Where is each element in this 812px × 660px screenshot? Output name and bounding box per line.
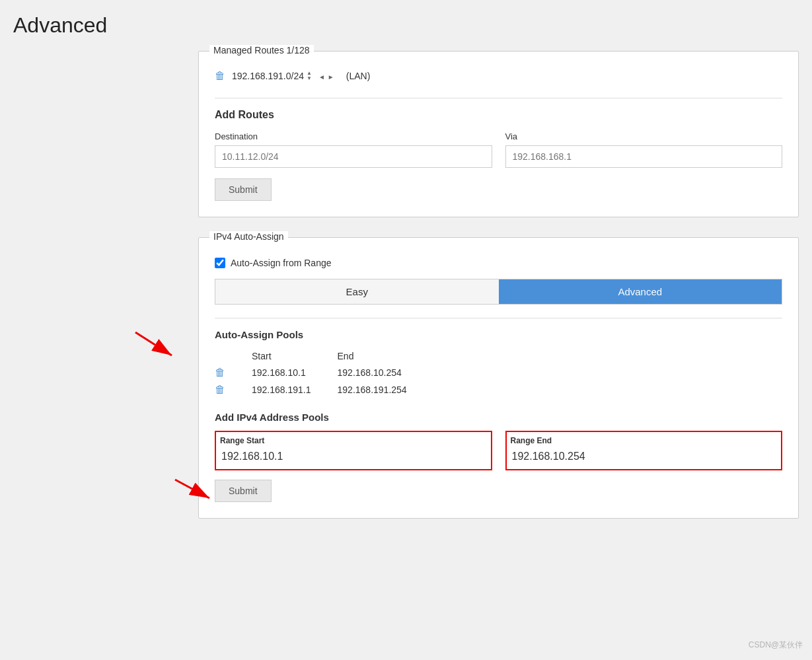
add-routes-form: Destination Via — [215, 131, 782, 168]
ipv4-panel-title: IPv4 Auto-Assign — [209, 231, 288, 242]
range-end-input[interactable] — [511, 448, 778, 465]
pools-header-start: Start — [252, 348, 338, 364]
add-pools-section: Add IPv4 Address Pools Range Start Range… — [215, 412, 782, 502]
auto-assign-checkbox[interactable] — [215, 258, 225, 268]
managed-route-row: 🗑 192.168.191.0/24 ▲ ▼ ◄ ► (LAN) — [215, 65, 782, 87]
svg-line-1 — [135, 332, 172, 355]
add-pools-row: Range Start Range End — [215, 431, 782, 470]
pools-submit-button[interactable]: Submit — [215, 480, 272, 502]
submit-arrow-wrapper: Submit — [215, 480, 272, 502]
red-arrow-2 — [168, 473, 221, 513]
range-start-label: Range Start — [220, 436, 487, 445]
delete-pool-icon-0[interactable]: 🗑 — [215, 367, 225, 378]
range-end-label: Range End — [511, 436, 778, 445]
destination-label: Destination — [215, 131, 492, 141]
routes-submit-button[interactable]: Submit — [215, 178, 272, 201]
page-title: Advanced — [13, 13, 799, 38]
add-pools-title: Add IPv4 Address Pools — [215, 412, 782, 423]
pool-start-0: 192.168.10.1 — [252, 364, 338, 381]
pool-row: 🗑 192.168.191.1 192.168.191.254 — [215, 381, 433, 398]
pools-header-trash — [215, 348, 252, 364]
route-arrows[interactable]: ◄ ► — [318, 73, 334, 81]
destination-group: Destination — [215, 131, 492, 168]
via-input[interactable] — [505, 145, 783, 168]
route-spinners[interactable]: ▲ ▼ — [307, 71, 312, 81]
auto-assign-label: Auto-Assign from Range — [231, 258, 332, 268]
pools-table: Start End 🗑 192.168.10.1 192.168.10.254 … — [215, 348, 433, 398]
range-end-group: Range End — [505, 431, 783, 470]
route-ip: 192.168.191.0/24 — [232, 71, 304, 81]
via-label: Via — [505, 131, 783, 141]
pools-header-end: End — [338, 348, 433, 364]
pools-section-title: Auto-Assign Pools — [215, 329, 782, 340]
route-lan-label: (LAN) — [346, 71, 371, 81]
route-address: 192.168.191.0/24 ▲ ▼ — [232, 71, 312, 81]
add-routes-title: Add Routes — [215, 109, 782, 121]
pool-row: 🗑 192.168.10.1 192.168.10.254 — [215, 364, 433, 381]
toggle-advanced-button[interactable]: Advanced — [499, 279, 782, 304]
via-group: Via — [505, 131, 783, 168]
managed-routes-panel: Managed Routes 1/128 🗑 192.168.191.0/24 … — [198, 51, 799, 217]
managed-routes-title: Managed Routes 1/128 — [209, 45, 314, 55]
svg-line-3 — [175, 480, 209, 498]
toggle-group: Easy Advanced — [215, 279, 782, 305]
range-start-input[interactable] — [220, 448, 487, 465]
auto-assign-checkbox-row: Auto-Assign from Range — [215, 258, 782, 268]
divider2 — [215, 318, 782, 318]
range-start-group: Range Start — [215, 431, 492, 470]
delete-pool-icon-1[interactable]: 🗑 — [215, 384, 225, 395]
ipv4-auto-assign-panel: IPv4 Auto-Assign Auto-Assign from Range … — [198, 237, 799, 519]
destination-input[interactable] — [215, 145, 492, 168]
toggle-easy-button[interactable]: Easy — [215, 279, 499, 304]
pool-start-1: 192.168.191.1 — [252, 381, 338, 398]
delete-route-icon[interactable]: 🗑 — [215, 70, 225, 82]
pool-end-1: 192.168.191.254 — [338, 381, 433, 398]
pool-end-0: 192.168.10.254 — [338, 364, 433, 381]
arrow-left-icon[interactable]: ◄ — [318, 73, 325, 81]
divider — [215, 98, 782, 98]
arrow-right-icon[interactable]: ► — [328, 73, 334, 81]
